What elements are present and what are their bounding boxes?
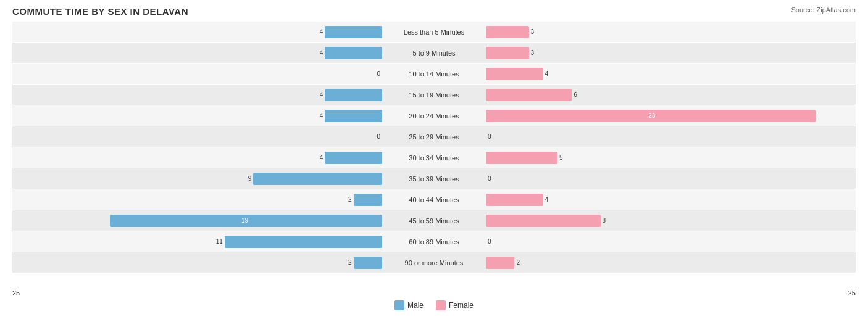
female-value-outside: 6 (574, 91, 577, 98)
female-bar (486, 47, 529, 59)
row-label: 35 to 39 Minutes (385, 175, 483, 183)
male-bar: 19 (110, 215, 382, 227)
left-section: 0 (12, 126, 385, 147)
right-section: 23 23 (483, 105, 856, 126)
left-section: 0 (12, 64, 385, 84)
female-bar (486, 257, 514, 269)
axis-right: 25 (848, 289, 856, 297)
table-row: 2 40 to 44 Minutes 4 (12, 189, 856, 210)
male-value-outside: 2 (348, 196, 352, 203)
left-section: 4 (12, 22, 385, 42)
right-section: 5 (483, 147, 856, 168)
table-row: 0 10 to 14 Minutes 4 (12, 64, 856, 84)
male-value-zero: 0 (377, 133, 380, 140)
right-section: 0 (483, 126, 856, 147)
row-label: 15 to 19 Minutes (385, 91, 483, 99)
left-section: 11 (12, 231, 385, 252)
row-label: Less than 5 Minutes (385, 28, 483, 36)
female-bar (486, 68, 543, 80)
male-bar (225, 236, 382, 248)
male-value-inside: 19 (241, 217, 248, 224)
male-bar (354, 257, 382, 269)
table-row: 0 25 to 29 Minutes 0 (12, 126, 856, 147)
male-value-outside: 4 (320, 49, 323, 56)
male-value-outside: 11 (216, 238, 223, 245)
legend-female-label: Female (449, 301, 474, 310)
female-value-outside: 4 (545, 196, 549, 203)
right-section: 3 (483, 43, 856, 63)
male-bar (325, 89, 382, 101)
female-value-outside: 3 (531, 28, 535, 35)
female-bar (486, 152, 557, 164)
row-label: 40 to 44 Minutes (385, 196, 483, 204)
male-value-outside: 4 (320, 91, 323, 98)
chart-container: COMMUTE TIME BY SEX IN DELAVAN Source: Z… (0, 0, 868, 322)
row-label: 25 to 29 Minutes (385, 133, 483, 141)
row-label: 60 to 89 Minutes (385, 238, 483, 246)
right-section: 6 (483, 85, 856, 105)
female-value-outside: 8 (603, 217, 606, 224)
male-bar (325, 47, 382, 59)
male-value-outside: 4 (320, 112, 323, 119)
female-value-outside: 4 (545, 70, 549, 77)
legend-male-label: Male (407, 301, 424, 310)
male-bar (354, 194, 382, 206)
axis-labels: 25 25 (12, 289, 856, 297)
legend-male-box (394, 300, 404, 310)
left-section: 9 (12, 168, 385, 189)
left-section: 2 (12, 189, 385, 210)
male-value-outside: 9 (248, 175, 252, 182)
female-bar (486, 194, 543, 206)
row-label: 90 or more Minutes (385, 259, 483, 266)
right-section: 4 (483, 64, 856, 84)
female-value-outside: 5 (559, 154, 563, 161)
row-label: 10 to 14 Minutes (385, 70, 483, 78)
female-value-outside: 2 (516, 259, 520, 266)
left-section: 4 (12, 147, 385, 168)
axis-left: 25 (12, 289, 20, 297)
table-row: 2 90 or more Minutes 2 (12, 252, 856, 273)
row-label: 20 to 24 Minutes (385, 112, 483, 120)
legend-male: Male (394, 300, 424, 310)
row-label: 45 to 59 Minutes (385, 217, 483, 225)
male-value-zero: 0 (377, 70, 380, 77)
left-section: 4 (12, 43, 385, 63)
row-label: 5 to 9 Minutes (385, 49, 483, 57)
legend: Male Female (12, 300, 856, 310)
male-value-outside: 4 (320, 28, 323, 35)
table-row: 4 Less than 5 Minutes 3 (12, 22, 856, 42)
left-section: 4 (12, 105, 385, 126)
table-row: 4 30 to 34 Minutes 5 (12, 147, 856, 168)
female-bar (486, 26, 529, 38)
right-section: 4 (483, 189, 856, 210)
row-label: 30 to 34 Minutes (385, 154, 483, 162)
chart-area: 4 Less than 5 Minutes 3 4 (12, 22, 856, 287)
chart-title: COMMUTE TIME BY SEX IN DELAVAN (12, 6, 856, 17)
left-section: 19 19 (12, 210, 385, 231)
table-row: 4 5 to 9 Minutes 3 (12, 43, 856, 63)
male-value-outside: 2 (348, 259, 352, 266)
right-section: 3 (483, 22, 856, 42)
right-section: 0 (483, 168, 856, 189)
legend-female: Female (436, 300, 474, 310)
legend-female-box (436, 300, 446, 310)
left-section: 4 (12, 85, 385, 105)
table-row: 9 35 to 39 Minutes 0 (12, 168, 856, 189)
male-bar (325, 26, 382, 38)
female-bar: 23 (486, 110, 816, 122)
female-value-zero: 0 (488, 133, 491, 140)
male-bar (325, 110, 382, 122)
source-label: Source: ZipAtlas.com (791, 6, 856, 14)
female-value-outside: 3 (531, 49, 535, 56)
female-bar (486, 215, 601, 227)
right-section: 2 (483, 252, 856, 273)
right-section: 0 (483, 231, 856, 252)
female-value-inside: 23 (648, 112, 655, 119)
table-row: 4 20 to 24 Minutes 23 23 (12, 105, 856, 126)
female-value-zero: 0 (488, 238, 491, 245)
male-bar (325, 152, 382, 164)
female-value-zero: 0 (488, 175, 491, 182)
male-bar (253, 173, 382, 185)
right-section: 8 (483, 210, 856, 231)
female-bar (486, 89, 572, 101)
